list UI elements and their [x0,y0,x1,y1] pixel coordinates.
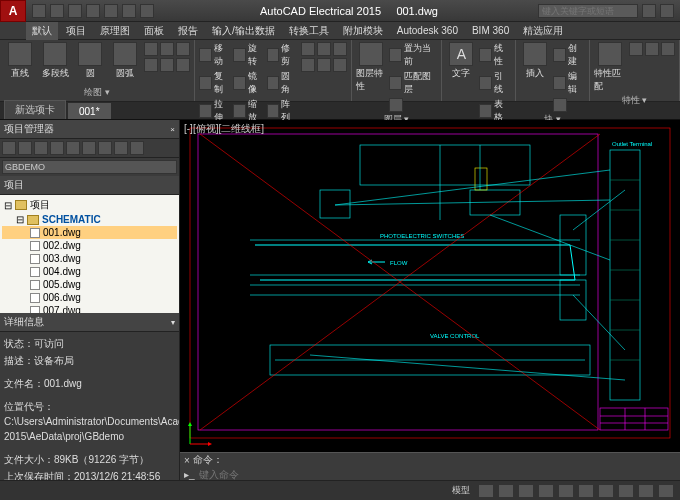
signin-icon[interactable] [642,4,656,18]
draw-more-3-icon[interactable] [176,42,190,56]
pm-tool-8-icon[interactable] [114,141,128,155]
trim-button[interactable]: 修剪 [267,42,298,68]
move-button[interactable]: 移动 [199,42,230,68]
modify-more-3-icon[interactable] [333,42,347,56]
qat-open-icon[interactable] [50,4,64,18]
match-props-button[interactable]: 特性匹配 [594,42,626,93]
status-grid-icon[interactable] [478,484,494,498]
status-custom-icon[interactable] [658,484,674,498]
tree-file[interactable]: 007.dwg [2,304,177,313]
tab-io[interactable]: 输入/输出数据 [206,22,281,40]
tree-file[interactable]: 005.dwg [2,278,177,291]
layer-props-button[interactable]: 图层特性 [356,42,386,93]
pm-tool-2-icon[interactable] [18,141,32,155]
tab-panel[interactable]: 面板 [138,22,170,40]
modify-more-6-icon[interactable] [333,58,347,72]
qat-redo-icon[interactable] [140,4,154,18]
block-more-icon[interactable] [553,98,567,112]
tab-default[interactable]: 默认 [26,22,58,40]
status-ws-icon[interactable] [638,484,654,498]
tree-file[interactable]: 002.dwg [2,239,177,252]
doc-tab[interactable]: 001* [68,103,111,119]
pm-tool-1-icon[interactable] [2,141,16,155]
tree-schematic[interactable]: ⊟SCHEMATIC [2,213,177,226]
status-ortho-icon[interactable] [518,484,534,498]
layer-more-icon[interactable] [389,98,403,112]
command-input[interactable] [195,469,676,480]
model-tab[interactable]: 模型 [448,484,474,497]
tree-file[interactable]: 006.dwg [2,291,177,304]
modify-more-4-icon[interactable] [301,58,315,72]
pm-tool-5-icon[interactable] [66,141,80,155]
draw-more-2-icon[interactable] [160,42,174,56]
tree-file[interactable]: 003.dwg [2,252,177,265]
help-icon[interactable] [660,4,674,18]
tab-bim360[interactable]: BIM 360 [466,23,515,38]
pm-search-input[interactable] [2,160,177,174]
tab-featured[interactable]: 精选应用 [517,22,569,40]
draw-more-5-icon[interactable] [160,58,174,72]
new-tab-button[interactable]: 新选项卡 [4,100,66,119]
qat-undo-icon[interactable] [122,4,136,18]
dim-linear-button[interactable]: 线性 [479,42,511,68]
pm-tool-3-icon[interactable] [34,141,48,155]
project-tree[interactable]: ⊟项目 ⊟SCHEMATIC 001.dwg 002.dwg 003.dwg 0… [0,195,179,313]
edit-block-button[interactable]: 编辑 [553,70,585,96]
modify-more-1-icon[interactable] [301,42,315,56]
props-2-icon[interactable] [645,42,659,56]
tab-addins[interactable]: 附加模块 [337,22,389,40]
leader-button[interactable]: 引线 [479,70,511,96]
create-block-button[interactable]: 创建 [553,42,585,68]
tree-root[interactable]: ⊟项目 [2,197,177,213]
arc-button[interactable]: 圆弧 [109,42,141,80]
drawing-canvas[interactable]: [-][俯视][二维线框] PHOTOELECTRIC SWITCHES FLO… [180,120,680,480]
tab-schematic[interactable]: 原理图 [94,22,136,40]
status-otrack-icon[interactable] [578,484,594,498]
tab-report[interactable]: 报告 [172,22,204,40]
draw-more-6-icon[interactable] [176,58,190,72]
props-3-icon[interactable] [661,42,675,56]
tree-file[interactable]: 001.dwg [2,226,177,239]
modify-more-2-icon[interactable] [317,42,331,56]
insert-button[interactable]: 插入 [520,42,550,80]
draw-more-4-icon[interactable] [144,58,158,72]
status-lwt-icon[interactable] [598,484,614,498]
tab-a360[interactable]: Autodesk 360 [391,23,464,38]
qat-new-icon[interactable] [32,4,46,18]
draw-more-1-icon[interactable] [144,42,158,56]
make-current-button[interactable]: 置为当前 [389,42,438,68]
props-1-icon[interactable] [629,42,643,56]
pm-close-icon[interactable]: × [170,125,175,134]
qat-plot-icon[interactable] [104,4,118,18]
help-search-input[interactable] [538,4,638,18]
text-button[interactable]: A文字 [446,42,476,80]
fillet-button[interactable]: 圆角 [267,70,298,96]
pm-tool-7-icon[interactable] [98,141,112,155]
ucs-icon[interactable] [186,418,216,448]
panel-title-props[interactable]: 特性 ▾ [594,93,675,107]
pm-tool-4-icon[interactable] [50,141,64,155]
circle-button[interactable]: 圆 [74,42,106,80]
mirror-button[interactable]: 镜像 [233,70,264,96]
line-button[interactable]: 直线 [4,42,36,80]
panel-title-draw[interactable]: 绘图 ▾ [4,85,190,99]
tab-convert[interactable]: 转换工具 [283,22,335,40]
pm-tool-9-icon[interactable] [130,141,144,155]
match-layer-button[interactable]: 匹配图层 [389,70,438,96]
status-osnap-icon[interactable] [558,484,574,498]
viewport-label[interactable]: [-][俯视][二维线框] [184,122,264,136]
rotate-button[interactable]: 旋转 [233,42,264,68]
pm-tool-6-icon[interactable] [82,141,96,155]
qat-saveas-icon[interactable] [86,4,100,18]
status-snap-icon[interactable] [498,484,514,498]
app-menu-button[interactable]: A [0,0,26,22]
polyline-button[interactable]: 多段线 [39,42,71,80]
status-polar-icon[interactable] [538,484,554,498]
qat-save-icon[interactable] [68,4,82,18]
tree-file[interactable]: 004.dwg [2,265,177,278]
tab-project[interactable]: 项目 [60,22,92,40]
modify-more-5-icon[interactable] [317,58,331,72]
copy-button[interactable]: 复制 [199,70,230,96]
collapse-icon[interactable]: ▾ [171,318,175,327]
cmd-clear-icon[interactable]: × [184,455,190,466]
